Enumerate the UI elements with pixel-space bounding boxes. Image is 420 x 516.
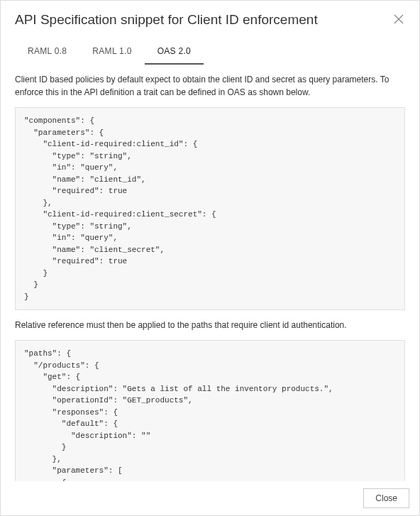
close-icon[interactable] bbox=[392, 12, 405, 28]
dialog-title: API Specification snippet for Client ID … bbox=[15, 12, 318, 28]
mid-text: Relative reference must then be applied … bbox=[15, 319, 405, 331]
dialog-footer: Close bbox=[1, 481, 419, 515]
intro-text: Client ID based policies by default expe… bbox=[15, 73, 405, 99]
tab-raml-10[interactable]: RAML 1.0 bbox=[79, 40, 144, 65]
dialog-content: Client ID based policies by default expe… bbox=[1, 65, 419, 481]
dialog-header: API Specification snippet for Client ID … bbox=[1, 1, 419, 36]
tab-bar: RAML 0.8 RAML 1.0 OAS 2.0 bbox=[1, 36, 419, 65]
code-snippet-components: "components": { "parameters": { "client-… bbox=[15, 107, 405, 310]
tab-oas-20[interactable]: OAS 2.0 bbox=[145, 40, 204, 65]
tab-raml-08[interactable]: RAML 0.8 bbox=[15, 40, 79, 65]
close-button[interactable]: Close bbox=[363, 488, 409, 508]
dialog: API Specification snippet for Client ID … bbox=[0, 0, 420, 516]
code-snippet-paths: "paths": { "/products": { "get": { "desc… bbox=[15, 340, 405, 481]
